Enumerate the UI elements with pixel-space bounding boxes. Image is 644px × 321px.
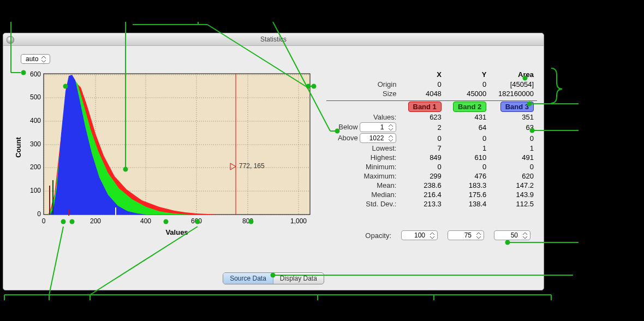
- svg-text:200: 200: [90, 217, 101, 225]
- tab-source-data[interactable]: Source Data: [223, 273, 273, 284]
- data-mode-tabs: Source Data Display Data: [223, 272, 324, 284]
- svg-text:600: 600: [30, 70, 41, 78]
- row-median: Median: 216.4 175.6 143.9: [326, 190, 537, 199]
- opacity-band3-input[interactable]: [497, 231, 519, 240]
- svg-text:400: 400: [30, 117, 41, 124]
- svg-rect-54: [52, 180, 53, 215]
- svg-rect-53: [49, 186, 50, 215]
- close-icon[interactable]: [7, 36, 14, 44]
- band-header-3[interactable]: Band 3: [500, 102, 534, 112]
- svg-text:400: 400: [140, 217, 151, 225]
- svg-text:0: 0: [37, 210, 41, 218]
- opacity-label: Opacity:: [365, 231, 391, 240]
- col-area: Area: [490, 69, 537, 80]
- above-stepper[interactable]: [360, 133, 396, 143]
- opacity-band1-stepper[interactable]: [401, 230, 438, 240]
- x-axis-label: Values: [165, 228, 188, 236]
- y-axis-label: Count: [14, 137, 22, 158]
- col-x: X: [399, 69, 444, 80]
- opacity-band1-input[interactable]: [404, 231, 426, 240]
- svg-text:600: 600: [191, 217, 202, 225]
- row-lowest: Lowest: 7 1 1: [326, 144, 537, 153]
- updown-icon: [387, 123, 394, 131]
- stats-panel: X Y Area Origin 0 0 [45054] Size 4048 45…: [326, 54, 537, 240]
- bin-mode-select[interactable]: auto: [21, 54, 50, 64]
- row-below: Below 2 64 63: [326, 122, 537, 133]
- bin-mode-value: auto: [26, 55, 38, 63]
- updown-icon: [475, 231, 482, 239]
- row-stddev: Std. Dev.: 213.3 138.4 112.5: [326, 199, 537, 209]
- row-origin: Origin 0 0 [45054]: [326, 80, 537, 89]
- svg-text:1,000: 1,000: [290, 217, 307, 225]
- statistics-window: Statistics auto: [3, 33, 544, 290]
- updown-icon: [429, 231, 436, 239]
- below-stepper[interactable]: [360, 122, 396, 132]
- row-size: Size 4048 45000 182160000: [326, 89, 537, 98]
- row-bands: Band 1 Band 2 Band 3: [326, 101, 537, 113]
- tab-display-data[interactable]: Display Data: [273, 273, 324, 284]
- opacity-band3-stepper[interactable]: [494, 230, 530, 240]
- band-header-1[interactable]: Band 1: [408, 102, 442, 112]
- band-header-2[interactable]: Band 2: [453, 102, 486, 112]
- row-values: Values: 623 431 351: [326, 112, 537, 122]
- above-input[interactable]: [363, 134, 385, 142]
- row-highest: Highest: 849 610 491: [326, 153, 537, 162]
- below-input[interactable]: [363, 123, 385, 132]
- svg-text:800: 800: [242, 217, 253, 225]
- window-title: Statistics: [260, 35, 287, 43]
- svg-text:100: 100: [30, 187, 41, 194]
- svg-text:500: 500: [30, 93, 41, 101]
- window-titlebar[interactable]: Statistics: [3, 33, 544, 46]
- svg-text:200: 200: [30, 163, 41, 171]
- opacity-band2-stepper[interactable]: [448, 230, 484, 240]
- opacity-row: Opacity:: [326, 230, 537, 240]
- row-maximum: Maximum: 299 476 620: [326, 171, 537, 181]
- updown-icon: [522, 231, 528, 239]
- cursor-readout: 772, 165: [239, 162, 265, 170]
- histogram-chart[interactable]: 772, 165 0 100 200 300 400 500 600: [11, 68, 317, 237]
- row-mean: Mean: 238.6 183.3 147.2: [326, 181, 537, 190]
- updown-icon: [40, 55, 47, 63]
- row-above: Above 0 0 0: [326, 133, 537, 144]
- col-y: Y: [445, 69, 490, 80]
- svg-text:0: 0: [42, 217, 46, 225]
- row-minimum: Minimum: 0 0 0: [326, 162, 537, 171]
- svg-text:300: 300: [30, 140, 41, 148]
- updown-icon: [387, 134, 394, 142]
- opacity-band2-input[interactable]: [451, 231, 473, 240]
